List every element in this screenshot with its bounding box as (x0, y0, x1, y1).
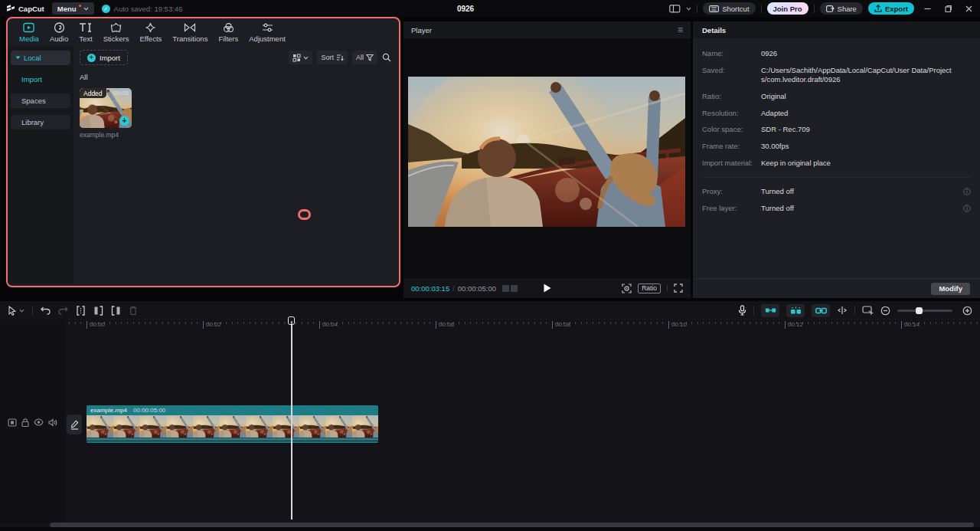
auto-snap-toggle[interactable] (786, 304, 805, 317)
detail-row-name: Name: 0926 (702, 49, 971, 58)
filter-button[interactable]: All (352, 51, 377, 64)
split-delete-left-icon[interactable] (93, 306, 103, 316)
divider (761, 5, 762, 13)
search-icon[interactable] (382, 53, 391, 62)
lock-icon[interactable] (21, 418, 29, 427)
sidebar-group-label: Local (24, 54, 41, 62)
filter-label: All (356, 54, 364, 61)
tab-stickers[interactable]: Stickers (98, 22, 135, 43)
delete-icon[interactable] (129, 306, 138, 316)
info-icon[interactable] (963, 188, 971, 195)
capcut-logo: CapCut (6, 4, 44, 13)
share-button[interactable]: Share (820, 2, 863, 15)
modify-button[interactable]: Modify (931, 283, 970, 295)
player-menu-icon[interactable]: ≡ (678, 25, 683, 34)
timeline-clip[interactable]: example.mp4 00:00:05:00 (87, 405, 378, 443)
detail-row-saved: Saved: C:/Users/Sachith/AppData/Local/Ca… (702, 66, 971, 84)
minimize-button[interactable] (920, 0, 935, 17)
added-badge: Added (80, 88, 106, 98)
view-mode-button[interactable] (289, 51, 312, 64)
export-label: Export (885, 5, 908, 13)
select-tool-button[interactable] (8, 306, 24, 316)
record-voiceover-icon[interactable] (738, 305, 746, 316)
sidebar-item-spaces[interactable]: Spaces (11, 93, 70, 108)
current-time: 00:00:03:15 (411, 284, 449, 293)
app-name: CapCut (18, 5, 44, 13)
menu-button[interactable]: Menu (52, 2, 94, 15)
timeline-toolbar (0, 301, 980, 320)
clip-thumbnail (352, 415, 378, 438)
link-clips-toggle[interactable] (812, 304, 830, 317)
clip-thumbnail (193, 415, 220, 438)
tab-media[interactable]: Media (14, 22, 44, 43)
media-card[interactable]: Added 00:05 + example.mp4 (80, 88, 132, 139)
snapshot-icon[interactable] (622, 284, 632, 293)
export-button[interactable]: Export (868, 2, 914, 15)
eye-icon[interactable] (34, 418, 44, 426)
clip-duration: 00:00:05:00 (133, 407, 165, 414)
player-panel: Player ≡ 00:00:03:15 / 00:00:05:00 Ratio (403, 21, 691, 298)
undo-icon[interactable] (41, 306, 51, 315)
frame-preview-icon[interactable] (502, 285, 518, 292)
timeline-zoom-slider[interactable] (897, 310, 952, 312)
tab-label: Adjustment (249, 34, 286, 43)
play-icon (544, 284, 551, 293)
maximize-button[interactable] (940, 0, 956, 17)
detail-label: Import material: (702, 159, 761, 168)
main-track-magnet-toggle[interactable] (761, 304, 779, 317)
split-delete-right-icon[interactable] (111, 306, 121, 316)
redo-icon[interactable] (58, 306, 68, 315)
detail-label: Ratio: (702, 92, 761, 101)
zoom-slider-handle[interactable] (916, 307, 923, 314)
import-button[interactable]: + Import (80, 50, 128, 65)
adjustment-icon (262, 22, 273, 33)
video-thumbnail[interactable]: Added 00:05 + (80, 88, 132, 128)
zoom-fit-icon[interactable] (962, 306, 972, 316)
playhead-line[interactable] (291, 321, 292, 520)
ruler-label: 00:06 (436, 321, 454, 329)
video-preview[interactable] (408, 77, 685, 227)
fullscreen-icon[interactable] (674, 284, 683, 293)
time-ruler[interactable]: 00:00 00:02 00:04 00:06 00:08 00:10 00:1… (0, 320, 980, 330)
tab-adjustment[interactable]: Adjustment (243, 22, 291, 43)
cover-icon[interactable] (8, 418, 17, 427)
ratio-button[interactable]: Ratio (638, 284, 661, 293)
layout-icon[interactable] (669, 5, 681, 13)
clip-audio-strip (87, 441, 378, 443)
edit-clip-handles-icon[interactable] (837, 306, 848, 315)
sidebar-item-import[interactable]: Import (11, 72, 70, 87)
funnel-icon (366, 54, 374, 61)
clip-duration: 00:05 (113, 90, 129, 97)
details-title: Details (702, 26, 726, 34)
details-panel: Details Name: 0926 Saved: C:/Users/Sachi… (693, 21, 980, 298)
info-icon[interactable] (963, 205, 971, 212)
zoom-out-icon[interactable] (880, 306, 890, 316)
import-label: Import (100, 54, 120, 62)
autosave-text: Auto saved: 19:53:46 (114, 5, 183, 13)
shortcut-button[interactable]: Shortcut (703, 2, 755, 15)
clip-thumbnail (113, 415, 140, 438)
tab-text[interactable]: Text (74, 22, 97, 43)
playhead-handle[interactable] (288, 316, 295, 325)
sidebar-group-local[interactable]: Local (11, 51, 70, 65)
join-pro-button[interactable]: Join Pro (767, 2, 808, 15)
clip-thumbnail (219, 415, 246, 438)
tab-effects[interactable]: Effects (134, 22, 167, 43)
preview-axis-icon[interactable] (862, 306, 874, 315)
draft-edit-button[interactable] (67, 415, 82, 434)
add-to-timeline-button[interactable]: + (119, 116, 129, 126)
tab-filters[interactable]: Filters (213, 22, 243, 43)
split-icon[interactable] (76, 306, 86, 316)
tab-audio[interactable]: Audio (44, 22, 74, 43)
media-panel: Media Audio Text Stickers Effects Transi… (6, 17, 400, 287)
chevron-down-icon[interactable] (686, 7, 691, 11)
divider (702, 177, 971, 178)
tab-transitions[interactable]: Transitions (167, 22, 213, 43)
play-button[interactable] (544, 284, 551, 293)
sort-button[interactable]: Sort (317, 51, 348, 64)
sidebar-item-library[interactable]: Library (11, 115, 70, 129)
chevron-down-icon (83, 7, 89, 11)
speaker-icon[interactable] (48, 418, 57, 427)
export-icon (874, 5, 882, 12)
close-button[interactable] (961, 0, 976, 17)
